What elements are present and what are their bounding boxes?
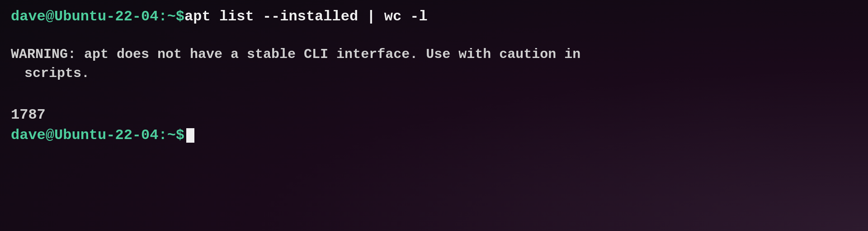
- prompt-2: dave@Ubuntu-22-04:~$: [11, 127, 184, 144]
- current-prompt-line: dave@Ubuntu-22-04:~$: [11, 127, 857, 144]
- warning-line-1: WARNING: apt does not have a stable CLI …: [11, 47, 580, 62]
- cursor: [186, 128, 194, 143]
- blank-line-1: [11, 25, 857, 39]
- blank-line-2: [11, 88, 857, 103]
- command-line: dave@Ubuntu-22-04:~$ apt list --installe…: [11, 8, 857, 25]
- command-text: apt list --installed | wc -l: [184, 8, 428, 25]
- warning-line-2: scripts.: [11, 64, 857, 83]
- warning-message: WARNING: apt does not have a stable CLI …: [11, 45, 857, 83]
- result-output: 1787: [11, 106, 857, 123]
- prompt-1: dave@Ubuntu-22-04:~$: [11, 8, 184, 25]
